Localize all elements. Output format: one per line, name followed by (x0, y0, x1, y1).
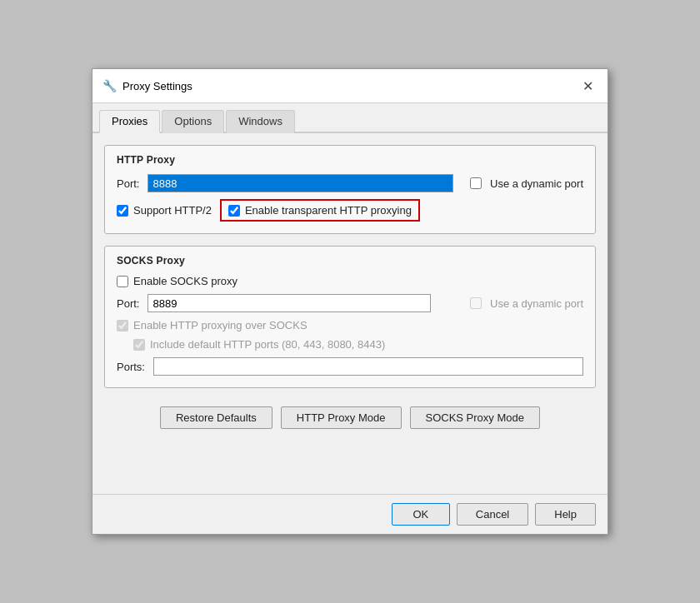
support-http2-checkbox[interactable] (117, 205, 128, 217)
ports-input[interactable] (153, 357, 583, 376)
enable-socks-row: Enable SOCKS proxy (117, 275, 583, 287)
ports-row: Ports: (117, 357, 583, 376)
enable-transparent-label: Enable transparent HTTP proxying (245, 204, 412, 217)
restore-defaults-button[interactable]: Restore Defaults (160, 406, 272, 429)
cancel-button[interactable]: Cancel (457, 503, 528, 526)
include-default-ports-row: Include default HTTP ports (80, 443, 808… (117, 338, 583, 351)
support-http2-group: Support HTTP/2 (117, 204, 212, 217)
http-over-socks-group: Enable HTTP proxying over SOCKS (117, 319, 308, 331)
enable-socks-group: Enable SOCKS proxy (117, 275, 238, 287)
enable-socks-label: Enable SOCKS proxy (133, 275, 238, 287)
socks-proxy-section: SOCKS Proxy Enable SOCKS proxy Port: Use… (104, 246, 596, 388)
http-proxy-title: HTTP Proxy (117, 154, 583, 166)
socks-port-row: Port: Use a dynamic port (117, 294, 583, 312)
socks-proxy-mode-button[interactable]: SOCKS Proxy Mode (410, 406, 541, 429)
tab-options[interactable]: Options (162, 110, 224, 133)
close-button[interactable]: ✕ (578, 76, 598, 96)
button-bar: Restore Defaults HTTP Proxy Mode SOCKS P… (104, 400, 596, 437)
dialog-title: Proxy Settings (122, 80, 192, 92)
socks-dynamic-port-checkbox[interactable] (470, 297, 482, 309)
http-over-socks-label: Enable HTTP proxying over SOCKS (133, 319, 308, 331)
http-port-row: Port: Use a dynamic port (117, 174, 583, 192)
socks-dynamic-port-label: Use a dynamic port (490, 297, 583, 310)
title-bar-left: 🔧 Proxy Settings (102, 79, 192, 92)
main-content: HTTP Proxy Port: Use a dynamic port Supp… (92, 133, 608, 494)
ports-label: Ports: (117, 361, 145, 373)
tab-proxies[interactable]: Proxies (99, 110, 160, 133)
http-port-label: Port: (117, 177, 139, 190)
http-over-socks-checkbox[interactable] (117, 320, 128, 331)
http-dynamic-port-label: Use a dynamic port (490, 177, 583, 190)
dialog-footer: OK Cancel Help (92, 494, 608, 534)
tab-windows[interactable]: Windows (226, 110, 295, 133)
http-proxy-section: HTTP Proxy Port: Use a dynamic port Supp… (104, 145, 596, 234)
include-default-ports-label: Include default HTTP ports (80, 443, 808… (150, 338, 385, 351)
help-button[interactable]: Help (535, 503, 596, 526)
http-over-socks-row: Enable HTTP proxying over SOCKS (117, 319, 583, 331)
http-proxy-mode-button[interactable]: HTTP Proxy Mode (281, 406, 402, 429)
support-http2-label: Support HTTP/2 (133, 204, 212, 217)
ok-button[interactable]: OK (392, 503, 450, 526)
socks-port-label: Port: (117, 297, 139, 310)
include-default-ports-checkbox[interactable] (133, 339, 145, 351)
enable-socks-checkbox[interactable] (117, 276, 128, 287)
dialog-icon: 🔧 (102, 79, 116, 92)
socks-port-input[interactable] (148, 294, 431, 312)
title-bar: 🔧 Proxy Settings ✕ (92, 69, 608, 103)
tab-bar: Proxies Options Windows (92, 103, 608, 133)
enable-transparent-checkbox[interactable] (228, 205, 240, 217)
http-options-row: Support HTTP/2 Enable transparent HTTP p… (117, 199, 583, 222)
include-default-ports-group: Include default HTTP ports (80, 443, 808… (133, 338, 385, 351)
http-port-input[interactable] (148, 174, 453, 192)
transparent-proxy-highlighted: Enable transparent HTTP proxying (220, 199, 420, 222)
http-dynamic-port-checkbox[interactable] (470, 177, 482, 189)
socks-proxy-title: SOCKS Proxy (117, 255, 583, 267)
proxy-settings-dialog: 🔧 Proxy Settings ✕ Proxies Options Windo… (92, 68, 608, 535)
